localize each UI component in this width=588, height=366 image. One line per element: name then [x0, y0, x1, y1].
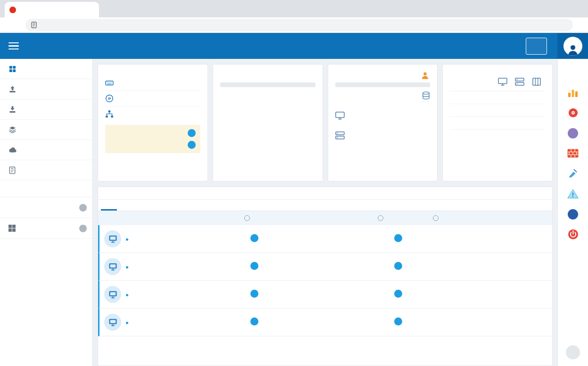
- dashboard-icon: [8, 65, 17, 73]
- ip-icon: IP: [105, 94, 114, 103]
- sidebar-item-backup[interactable]: [0, 79, 92, 99]
- error-report-triangle-icon: [567, 189, 579, 199]
- computer-avatar-icon: [104, 258, 121, 275]
- tab-vmware-machines[interactable]: [117, 200, 133, 211]
- raid-health-row: [110, 127, 196, 139]
- sidebar-item-dashboard[interactable]: [0, 59, 92, 79]
- table-row[interactable]: [98, 281, 552, 309]
- check-icon: [188, 129, 196, 137]
- legend-network-shares: [220, 122, 315, 127]
- backup-status-check-icon: [394, 262, 402, 270]
- url-field[interactable]: [25, 19, 573, 31]
- column-last-backup-status: [375, 215, 431, 221]
- database-icon[interactable]: [422, 91, 430, 100]
- sidebar-item-virtualization[interactable]: [0, 120, 92, 140]
- table-row[interactable]: [98, 309, 552, 336]
- browser-tab[interactable]: [5, 2, 99, 17]
- logs-icon: [8, 166, 16, 174]
- os-health-row: [110, 139, 196, 151]
- info-icon[interactable]: [244, 215, 250, 221]
- help-badge-icon[interactable]: [79, 225, 87, 232]
- online-dot-icon: [126, 294, 128, 296]
- cloud-storage-bar: [335, 82, 431, 87]
- online-dot-icon: [126, 322, 128, 324]
- device-id-link[interactable]: [105, 75, 200, 91]
- main-content: IP: [93, 59, 557, 366]
- legend-vmware-servers: [220, 109, 315, 114]
- backups-row[interactable]: [450, 91, 545, 104]
- local-storage-bar: [220, 82, 315, 87]
- sidebar-item-logs[interactable]: [0, 160, 92, 180]
- toolbar-firewall[interactable]: [559, 147, 587, 161]
- network-type-link[interactable]: [105, 106, 200, 122]
- sidebar-item-cloud-replication[interactable]: [0, 140, 92, 160]
- sidebar-products-toggle[interactable]: [0, 180, 92, 197]
- ip-address-link[interactable]: IP: [105, 91, 200, 106]
- info-icon[interactable]: [378, 215, 383, 221]
- computer-avatar-icon: [104, 286, 121, 303]
- local-storage-card: [213, 64, 323, 181]
- integrity-check-icon: [250, 234, 258, 242]
- online-dot-icon: [126, 238, 128, 241]
- restart-icon: [568, 209, 578, 220]
- device-id-icon: [105, 79, 114, 87]
- toolbar-statistics[interactable]: [559, 87, 587, 100]
- browser-addressbar: [0, 17, 588, 33]
- toolbar-cleanup[interactable]: [559, 168, 587, 181]
- backup-status-section: [98, 187, 553, 366]
- cloud-servers-row: [335, 131, 431, 139]
- backup-status-check-icon: [394, 317, 402, 325]
- check-icon: [188, 141, 196, 149]
- network-icon: [105, 110, 114, 118]
- toolbar-shutdown[interactable]: [559, 228, 587, 242]
- computer-avatar-icon: [104, 230, 121, 247]
- user-avatar[interactable]: [563, 37, 582, 56]
- integrity-check-icon: [250, 262, 258, 270]
- cloud-account-icon[interactable]: [421, 71, 430, 80]
- cloud-icon: [8, 146, 17, 153]
- sidebar-item-microsoft-365[interactable]: [0, 218, 92, 239]
- legend-computers: [220, 96, 315, 100]
- toolbar-restart[interactable]: [559, 208, 587, 221]
- site-info-icon[interactable]: [31, 22, 37, 28]
- table-row[interactable]: [98, 225, 552, 253]
- backups-restores-card: [442, 64, 553, 181]
- column-integrity-status: [242, 215, 298, 221]
- restores-row[interactable]: [450, 117, 545, 130]
- tab-network-shares[interactable]: [133, 200, 149, 211]
- online-dot-icon: [126, 266, 128, 268]
- cloud-storage-card: [328, 64, 438, 181]
- section-title: [98, 187, 552, 200]
- tab-computers[interactable]: [101, 200, 117, 211]
- toolbar-settings[interactable]: [559, 66, 587, 80]
- sidebar-item-google-workspace[interactable]: [0, 197, 92, 218]
- collapse-panel-button[interactable]: [566, 345, 580, 359]
- table-header: [98, 211, 552, 225]
- integrity-check-icon: [250, 290, 258, 298]
- hamburger-menu-icon[interactable]: [8, 41, 19, 52]
- computer-icon: [335, 112, 345, 120]
- sidebar-item-restore[interactable]: [0, 99, 92, 120]
- svg-text:IP: IP: [108, 97, 111, 100]
- toolbar-submit-error-report[interactable]: [559, 188, 587, 201]
- virtual-instances-row[interactable]: [450, 104, 545, 117]
- firewall-icon: [567, 149, 579, 158]
- computer-icon: [498, 78, 507, 86]
- toolbar-iso[interactable]: [559, 107, 587, 120]
- backups-restores-columns: [450, 78, 545, 91]
- info-icon[interactable]: [433, 215, 439, 221]
- network-share-icon: [532, 78, 541, 86]
- user-avatar-box: [557, 33, 588, 59]
- legend-dot: [220, 109, 224, 114]
- restore-icon: [8, 106, 17, 114]
- new-tab-button[interactable]: [102, 3, 114, 16]
- add-devices-button[interactable]: [526, 38, 547, 55]
- legend-dot: [220, 122, 224, 127]
- health-status-box: [105, 125, 200, 153]
- iso-disc-icon: [568, 107, 579, 118]
- right-toolbar: [557, 59, 588, 366]
- statistics-icon: [568, 89, 578, 97]
- toolbar-help[interactable]: [559, 127, 587, 140]
- help-badge-icon[interactable]: [79, 204, 87, 211]
- table-row[interactable]: [98, 253, 552, 281]
